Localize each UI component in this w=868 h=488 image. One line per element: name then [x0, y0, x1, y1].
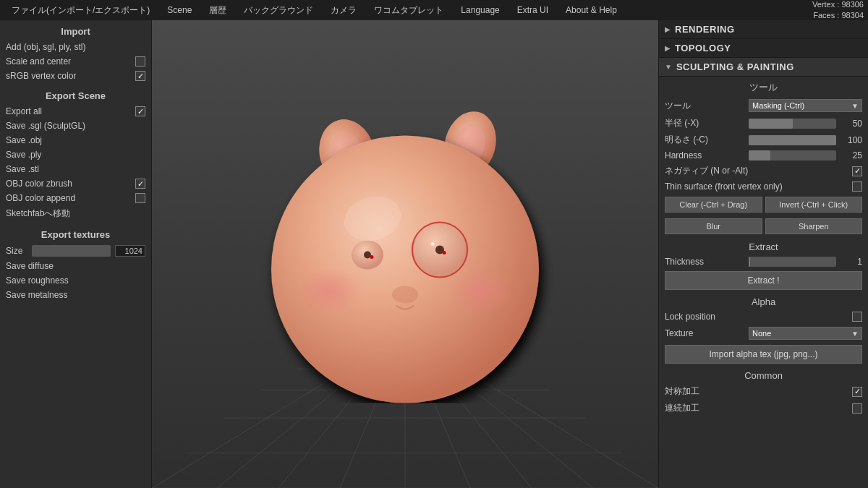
export-all-row: Export all [0, 104, 151, 119]
save-stl-row[interactable]: Save .stl [0, 162, 151, 176]
size-slider[interactable] [32, 245, 111, 257]
export-scene-title: Export Scene [0, 87, 151, 104]
wacom-menu[interactable]: ワコムタブレット [367, 3, 451, 18]
svg-point-20 [297, 267, 362, 314]
sculpting-collapse-icon: ▼ [665, 63, 672, 71]
save-diffuse-row[interactable]: Save diffuse [0, 259, 151, 273]
save-ply-row[interactable]: Save .ply [0, 147, 151, 162]
extra-ui-menu[interactable]: Extra UI [510, 4, 556, 17]
tool-row: ツール Masking (-Ctrl) ▼ [659, 96, 868, 115]
svg-point-21 [448, 267, 514, 314]
scale-center-row: Scale and center [0, 54, 151, 69]
hardness-slider[interactable] [749, 150, 836, 160]
main-area: Import Add (obj, sgl, ply, stl) Scale an… [0, 20, 868, 488]
brightness-row: 明るさ (-C) 100 [659, 132, 868, 148]
camera-menu[interactable]: カメラ [323, 3, 364, 18]
blur-button[interactable]: Blur [665, 218, 762, 234]
sculpture [253, 85, 557, 405]
scene-menu[interactable]: Scene [160, 4, 199, 17]
viewport[interactable] [152, 20, 658, 488]
save-obj-row[interactable]: Save .obj [0, 133, 151, 147]
menubar: ファイル(インポート/エクスポート) Scene 層歴 バックグラウンド カメラ… [0, 0, 868, 20]
texture-dropdown-value: None [752, 329, 771, 338]
size-input[interactable]: 1024 [115, 245, 145, 257]
radius-row: 半径 (-X) 50 [659, 115, 868, 132]
export-textures-title: Export textures [0, 226, 151, 243]
sketchfab-row[interactable]: Sketchfabへ移動 [0, 205, 151, 222]
tool-dropdown-value: Masking (-Ctrl) [752, 101, 804, 110]
scale-center-checkbox[interactable] [135, 56, 145, 67]
obj-zbrush-row: OBJ color zbrush [0, 176, 151, 191]
svg-point-30 [443, 251, 446, 254]
extract-button[interactable]: Extract ! [665, 271, 862, 290]
rendering-section-header[interactable]: ▶ RENDERING [659, 20, 868, 39]
import-alpha-button[interactable]: Import alpha tex (jpg, png...) [665, 345, 862, 364]
lock-position-row: Lock position [659, 309, 868, 324]
clear-button[interactable]: Clear (-Ctrl + Drag) [665, 197, 762, 213]
texture-row: Texture None ▼ [659, 324, 868, 343]
invert-button[interactable]: Invert (-Ctrl + Click) [765, 197, 863, 213]
sharpen-button[interactable]: Sharpen [765, 218, 863, 234]
rendering-title: RENDERING [675, 24, 735, 35]
thickness-slider[interactable] [749, 257, 836, 267]
topology-collapse-icon: ▶ [665, 44, 671, 52]
svg-point-27 [431, 242, 435, 246]
obj-append-checkbox[interactable] [135, 193, 145, 203]
hardness-row: Hardness 25 [659, 148, 868, 163]
obj-append-row: OBJ color append [0, 191, 151, 205]
history-menu[interactable]: 層歴 [202, 3, 234, 18]
sculpting-title: SCULPTING & PAINTING [676, 61, 794, 72]
common-subtitle: Common [659, 366, 868, 383]
file-menu[interactable]: ファイル(インポート/エクスポート) [4, 3, 157, 18]
right-panel: ▶ RENDERING ▶ TOPOLOGY ▼ SCULPTING & PAI… [658, 20, 868, 488]
thickness-row: Thickness 1 [659, 254, 868, 269]
add-obj-row[interactable]: Add (obj, sgl, ply, stl) [0, 40, 151, 54]
save-roughness-row[interactable]: Save roughness [0, 273, 151, 288]
thin-surface-row: Thin surface (front vertex only) [659, 179, 868, 194]
left-panel: Import Add (obj, sgl, ply, stl) Scale an… [0, 20, 152, 488]
about-menu[interactable]: About & Help [558, 4, 624, 17]
tools-subtitle: ツール [659, 77, 868, 96]
obj-zbrush-checkbox[interactable] [135, 179, 145, 189]
import-section-title: Import [0, 23, 151, 40]
svg-point-28 [392, 286, 418, 303]
texture-dropdown[interactable]: None ▼ [749, 327, 862, 340]
negative-checkbox[interactable] [852, 166, 862, 176]
svg-point-23 [364, 251, 371, 258]
symmetry-checkbox[interactable] [852, 387, 862, 397]
continuous-checkbox[interactable] [852, 403, 862, 414]
srgb-row: sRGB vertex color [0, 69, 151, 83]
lock-position-checkbox[interactable] [852, 312, 862, 322]
radius-slider[interactable] [749, 119, 836, 129]
rendering-collapse-icon: ▶ [665, 25, 671, 33]
tool-dropdown[interactable]: Masking (-Ctrl) ▼ [749, 99, 862, 112]
brightness-slider[interactable] [749, 135, 836, 145]
continuous-row: 連続加工 [659, 400, 868, 416]
save-sgl-row[interactable]: Save .sgl (SculptGL) [0, 119, 151, 133]
topology-section-header[interactable]: ▶ TOPOLOGY [659, 39, 868, 58]
srgb-checkbox[interactable] [135, 71, 145, 81]
language-menu[interactable]: Language [454, 4, 506, 17]
topology-title: TOPOLOGY [675, 43, 731, 53]
texture-dropdown-arrow: ▼ [851, 330, 859, 338]
thin-surface-checkbox[interactable] [852, 181, 862, 192]
extract-subtitle: Extract [659, 237, 868, 254]
symmetry-row: 対称加工 [659, 383, 868, 400]
save-metalness-row[interactable]: Save metalness [0, 288, 151, 302]
sculpting-section-header[interactable]: ▼ SCULPTING & PAINTING [659, 58, 868, 77]
size-row: Size 1024 [0, 243, 151, 259]
svg-point-19 [271, 135, 539, 403]
tool-dropdown-arrow: ▼ [851, 102, 859, 110]
blur-sharpen-row: Blur Sharpen [659, 215, 868, 237]
alpha-subtitle: Alpha [659, 292, 868, 309]
negative-row: ネガティブ (N or -Alt) [659, 163, 868, 179]
vertex-info: Vertex : 98306 Faces : 98304 [812, 0, 864, 21]
export-all-checkbox[interactable] [135, 106, 145, 116]
svg-point-31 [370, 255, 374, 259]
background-menu[interactable]: バックグラウンド [237, 3, 320, 18]
clear-invert-row: Clear (-Ctrl + Drag) Invert (-Ctrl + Cli… [659, 194, 868, 215]
